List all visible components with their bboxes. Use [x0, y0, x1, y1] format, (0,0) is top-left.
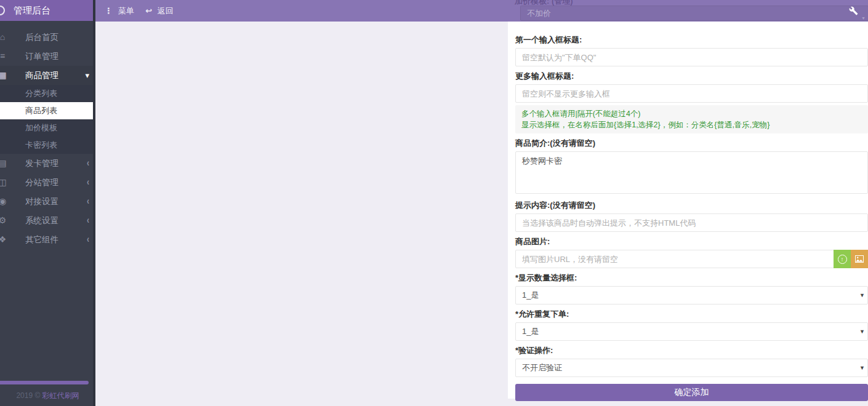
sidebar-item-label: 商品管理: [25, 71, 58, 80]
submenu-item-markup-template[interactable]: 加价模板: [0, 119, 95, 137]
field-label: 提示内容:(没有请留空): [515, 200, 868, 211]
link-icon: ◉: [0, 192, 9, 211]
back-arrow-icon: ↩: [145, 6, 152, 15]
sidebar-footer: 2019 © 彩虹代刷网: [0, 381, 95, 401]
select-caret-icon: ▼: [859, 287, 865, 304]
sidebar-item-label: 发卡管理: [25, 159, 58, 168]
select-value: 不开启验证: [522, 363, 562, 372]
sidebar-item-api-settings[interactable]: ◉ 对接设置 ‹: [0, 192, 95, 211]
markup-template-select[interactable]: 不加价 ▼: [520, 6, 868, 21]
verify-action-select[interactable]: 不开启验证 ▼: [515, 359, 868, 377]
orders-icon: ≡: [0, 47, 9, 66]
site-link[interactable]: 彩虹代刷网: [42, 391, 79, 400]
upload-image-button[interactable]: ↑: [834, 250, 851, 268]
wrench-icon[interactable]: [849, 6, 858, 15]
markup-template-value: 不加价: [527, 9, 551, 18]
menu-button[interactable]: ⋮ 菜单: [105, 0, 134, 22]
submenu-item-card-list[interactable]: 卡密列表: [0, 137, 95, 154]
field-label: 商品图片:: [515, 236, 868, 247]
field-label: 第一个输入框标题:: [515, 34, 868, 46]
select-value: 1_是: [522, 290, 539, 300]
image-icon: [855, 255, 864, 263]
chevron-down-icon: ▾: [85, 66, 89, 85]
quantity-box-select[interactable]: 1_是 ▼: [515, 286, 868, 304]
sidebar-item-dashboard[interactable]: ⌂ 后台首页: [0, 28, 95, 47]
image-library-button[interactable]: [851, 250, 868, 268]
home-icon: ⌂: [0, 28, 9, 47]
field-label: *显示数量选择框:: [515, 273, 868, 284]
sidebar-item-label: 订单管理: [25, 52, 58, 61]
copyright-year: 2019 ©: [16, 391, 42, 400]
sidebar-item-other-components[interactable]: ❖ 其它组件 ‹: [0, 230, 95, 249]
note-line-1: 多个输入框请用|隔开(不能超过4个): [521, 108, 862, 119]
confirm-add-button[interactable]: 确定添加: [515, 384, 868, 401]
product-image-url-field[interactable]: [515, 250, 868, 268]
app-title: 管理后台: [14, 5, 50, 17]
goods-icon: ▦: [0, 66, 9, 85]
sidebar-nav: ⌂ 后台首页 ≡ 订单管理 ▦ 商品管理 ▾ 分类列表 商品列表 加价模板 卡密…: [0, 21, 95, 249]
sidebar-item-label: 对接设置: [25, 197, 58, 206]
sidebar-item-card-selling[interactable]: ▤ 发卡管理 ‹: [0, 154, 95, 173]
sidebar-item-label: 后台首页: [25, 33, 58, 42]
app-logo-icon: [0, 6, 5, 15]
submenu-item-product-list[interactable]: 商品列表: [0, 102, 93, 119]
repeat-order-select[interactable]: 1_是 ▼: [515, 322, 868, 341]
sidebar-item-label: 系统设置: [25, 216, 58, 225]
first-input-title-field[interactable]: [515, 48, 868, 66]
sidebar-item-goods[interactable]: ▦ 商品管理 ▾: [0, 66, 95, 85]
more-input-title-field[interactable]: [515, 84, 868, 103]
accent-bar: [0, 381, 89, 384]
field-label: 更多输入框标题:: [515, 71, 868, 82]
back-button[interactable]: ↩ 返回: [145, 0, 174, 22]
sidebar-item-label: 其它组件: [25, 235, 58, 244]
back-label: 返回: [158, 6, 174, 15]
upload-icon: ↑: [838, 255, 847, 264]
product-intro-textarea[interactable]: 秒赞网卡密: [515, 151, 868, 194]
menu-dots-icon: ⋮: [105, 6, 113, 15]
input-help-note: 多个输入框请用|隔开(不能超过4个) 显示选择框，在名称后面加{选择1,选择2}…: [515, 105, 868, 133]
sidebar-item-subsites[interactable]: ◫ 分站管理 ‹: [0, 173, 95, 192]
field-group-repeat-order: *允许重复下单: 1_是 ▼: [515, 309, 868, 341]
submenu-item-category-list[interactable]: 分类列表: [0, 85, 95, 102]
select-value: 1_是: [522, 327, 539, 336]
copyright: 2019 © 彩虹代刷网: [0, 391, 95, 401]
components-icon: ❖: [0, 230, 9, 249]
field-group-more-input-title: 更多输入框标题: 多个输入框请用|隔开(不能超过4个) 显示选择框，在名称后面加…: [515, 71, 868, 133]
select-caret-icon: ▼: [859, 323, 865, 340]
field-group-product-intro: 商品简介:(没有请留空) 秒赞网卡密: [515, 138, 868, 196]
note-line-2: 显示选择框，在名称后面加{选择1,选择2}，例如：分类名{普通,音乐,宠物}: [521, 119, 862, 130]
tip-content-field[interactable]: [515, 213, 868, 232]
select-caret-icon: ▼: [859, 359, 865, 376]
field-group-verify-action: *验证操作: 不开启验证 ▼: [515, 345, 868, 377]
field-label: *允许重复下单:: [515, 309, 868, 320]
field-group-first-input-title: 第一个输入框标题:: [515, 34, 868, 66]
select-caret-icon: ▼: [861, 11, 866, 25]
subsites-icon: ◫: [0, 173, 9, 192]
gear-icon: ⚙: [0, 211, 9, 230]
cards-icon: ▤: [0, 154, 9, 173]
field-label: 商品简介:(没有请留空): [515, 138, 868, 149]
topbar: ⋮ 菜单 ↩ 返回 加价模板: (管理) 不加价 ▼: [95, 0, 868, 22]
chevron-left-icon: ‹: [87, 227, 89, 252]
app-header: 管理后台: [0, 0, 95, 21]
field-group-product-image: 商品图片: ↑: [515, 236, 868, 268]
add-product-form: 第一个输入框标题: 更多输入框标题: 多个输入框请用|隔开(不能超过4个) 显示…: [508, 22, 868, 399]
field-group-quantity-box: *显示数量选择框: 1_是 ▼: [515, 273, 868, 304]
field-label: *验证操作:: [515, 345, 868, 356]
sidebar-item-label: 分站管理: [25, 178, 58, 187]
sidebar-item-system-settings[interactable]: ⚙ 系统设置 ‹: [0, 211, 95, 230]
sidebar: 管理后台 ⌂ 后台首页 ≡ 订单管理 ▦ 商品管理 ▾ 分类列表 商品列表 加价…: [0, 0, 95, 406]
goods-submenu: 分类列表 商品列表 加价模板 卡密列表: [0, 85, 95, 154]
sidebar-item-orders[interactable]: ≡ 订单管理: [0, 47, 95, 66]
menu-label: 菜单: [118, 6, 134, 15]
field-group-tip-content: 提示内容:(没有请留空): [515, 200, 868, 232]
